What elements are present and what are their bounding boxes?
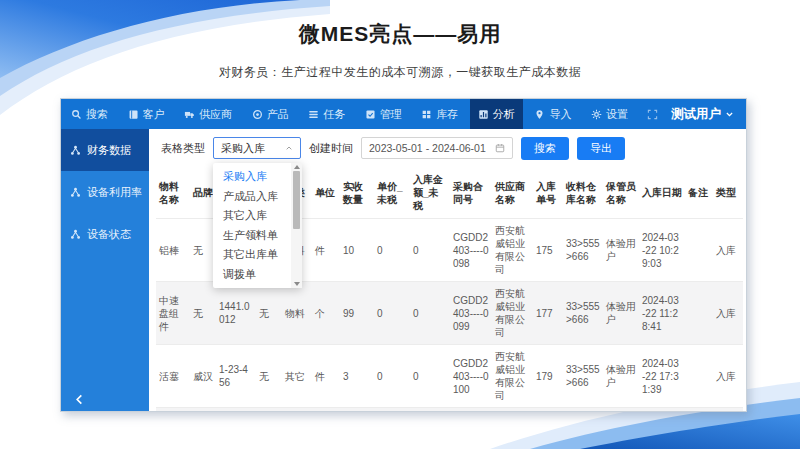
table-cell: 33>555>666 — [563, 219, 603, 282]
share-nodes-icon — [70, 229, 81, 240]
share-nodes-icon — [70, 145, 81, 156]
table-cell: 33>555>666 — [563, 282, 603, 345]
user-menu[interactable]: 测试用户 — [667, 106, 746, 123]
suppliers-icon — [184, 109, 195, 120]
nav-item-label: 管理 — [380, 107, 402, 122]
fullscreen-icon[interactable] — [638, 109, 667, 120]
table-cell: 10 — [340, 408, 374, 412]
table-cell: 无 — [190, 282, 216, 345]
table-cell: 33>555>666 — [563, 408, 603, 412]
table-cell: 中速盘组件 — [156, 282, 190, 345]
nav-item-label: 分析 — [493, 107, 515, 122]
scroll-down-icon[interactable] — [294, 282, 300, 286]
column-header: 保管员名称 — [603, 167, 639, 219]
table-cell: 2024-03-22 17:31:39 — [639, 345, 685, 408]
table-cell: 入库 — [713, 345, 743, 408]
scrollbar-thumb[interactable] — [293, 171, 300, 229]
table-cell: 入库 — [713, 282, 743, 345]
table-type-select[interactable]: 采购入库 — [213, 137, 301, 159]
nav-item-import[interactable]: 导入 — [526, 99, 579, 129]
column-header: 收料仓库名称 — [563, 167, 603, 219]
table-cell: 西安航威铝业有限公司 — [492, 345, 533, 408]
table-cell: 179 — [533, 345, 563, 408]
table-cell: 活塞 — [156, 408, 190, 412]
page-title: 微MES亮点——易用 — [0, 20, 800, 48]
analysis-icon — [478, 109, 489, 120]
scroll-up-icon[interactable] — [294, 165, 300, 169]
import-icon — [534, 109, 545, 120]
table-cell: 2024-03-23 09:12:08 — [639, 408, 685, 412]
sidebar-items: 财务数据设备利用率设备状态 — [61, 129, 149, 255]
dropdown-option[interactable]: 其它出库单 — [213, 245, 291, 265]
nav-item-label: 产品 — [267, 107, 289, 122]
table-cell: 其它 — [282, 345, 312, 408]
nav-item-label: 任务 — [323, 107, 345, 122]
nav-right: 测试用户 — [638, 99, 746, 129]
products-icon — [252, 109, 263, 120]
tasks-icon — [308, 109, 319, 120]
column-header: 单价_未税 — [374, 167, 410, 219]
dropdown-option[interactable]: 调拨单 — [213, 265, 291, 285]
table-type-dropdown: 采购入库产成品入库其它入库生产领料单其它出库单调拨单 — [213, 163, 302, 288]
nav-item-inventory[interactable]: 库存 — [413, 99, 466, 129]
table-cell: 件 — [312, 345, 340, 408]
table-cell: 154.86725664 — [374, 408, 410, 412]
nav-item-customers[interactable]: 客户 — [120, 99, 173, 129]
nav-item-label: 库存 — [436, 107, 458, 122]
dropdown-option[interactable]: 产成品入库 — [213, 187, 291, 207]
column-header: 单位 — [312, 167, 340, 219]
nav-item-label: 供应商 — [199, 107, 232, 122]
table-cell: 威汉 — [190, 408, 216, 412]
nav-item-management[interactable]: 管理 — [357, 99, 410, 129]
table-cell: 个 — [312, 282, 340, 345]
nav-item-analysis[interactable]: 分析 — [470, 99, 523, 129]
table-cell: 1548.6725664 — [410, 408, 450, 412]
nav-item-products[interactable]: 产品 — [244, 99, 297, 129]
column-header: 备注 — [685, 167, 713, 219]
table-cell: 西安航威铝业有限公司 — [492, 219, 533, 282]
date-range-value: 2023-05-01 - 2024-06-01 — [369, 142, 486, 154]
sidebar-item-equipment-utilization[interactable]: 设备利用率 — [61, 171, 149, 213]
date-range-input[interactable]: 2023-05-01 - 2024-06-01 — [361, 137, 513, 159]
nav-item-suppliers[interactable]: 供应商 — [176, 99, 240, 129]
top-navbar: 搜索客户供应商产品任务管理库存分析导入设置 测试用户 — [61, 99, 746, 129]
content-area: 表格类型 采购入库 采购入库产成品入库其它入库生产领料单其它出库单调拨单 — [149, 129, 746, 411]
table-cell: CGDD2403----0102 — [450, 408, 492, 412]
nav-item-search[interactable]: 搜索 — [63, 99, 116, 129]
dropdown-option[interactable]: 生产领料单 — [213, 226, 291, 246]
nav-item-label: 搜索 — [86, 107, 108, 122]
share-nodes-icon — [70, 187, 81, 198]
sidebar-item-label: 财务数据 — [87, 143, 131, 158]
column-header: 入库金额_未税 — [410, 167, 450, 219]
table-cell: 件 — [312, 408, 340, 412]
table-cell — [685, 408, 713, 412]
export-button[interactable]: 导出 — [577, 137, 625, 160]
sidebar-collapse-button[interactable] — [74, 394, 85, 405]
dropdown-scrollbar[interactable] — [291, 163, 302, 288]
dropdown-option[interactable]: 其它入库 — [213, 206, 291, 226]
table-cell: 2024-03-22 10:29:03 — [639, 219, 685, 282]
table-cell: 入库 — [713, 219, 743, 282]
nav-items: 搜索客户供应商产品任务管理库存分析导入设置 — [61, 99, 638, 129]
table-cell: 33>555>666 — [563, 345, 603, 408]
column-header: 采购合同号 — [450, 167, 492, 219]
table-cell: 175 — [533, 219, 563, 282]
nav-item-settings[interactable]: 设置 — [583, 99, 636, 129]
table-cell: 其它 — [282, 408, 312, 412]
dropdown-option[interactable]: 采购入库 — [213, 167, 291, 187]
table-cell: 无 — [256, 345, 282, 408]
table-cell: 1-23-456 — [216, 345, 256, 408]
table-cell: 体验用户 — [603, 282, 639, 345]
table-cell: 0 — [410, 219, 450, 282]
table-cell — [685, 282, 713, 345]
sidebar-item-finance-data[interactable]: 财务数据 — [61, 129, 149, 171]
table-cell — [685, 219, 713, 282]
sidebar-item-equipment-status[interactable]: 设备状态 — [61, 213, 149, 255]
table-cell: 物料 — [282, 282, 312, 345]
page: 微MES亮点——易用 对财务员：生产过程中发生的成本可溯源，一键获取生产成本数据… — [0, 0, 800, 449]
dropdown-options: 采购入库产成品入库其它入库生产领料单其它出库单调拨单 — [213, 163, 291, 288]
table-cell: 体验用户 — [603, 408, 639, 412]
search-button[interactable]: 搜索 — [521, 137, 569, 160]
nav-item-tasks[interactable]: 任务 — [300, 99, 353, 129]
app-window: 搜索客户供应商产品任务管理库存分析导入设置 测试用户 财务数据设备利用率设备状态… — [60, 98, 747, 412]
